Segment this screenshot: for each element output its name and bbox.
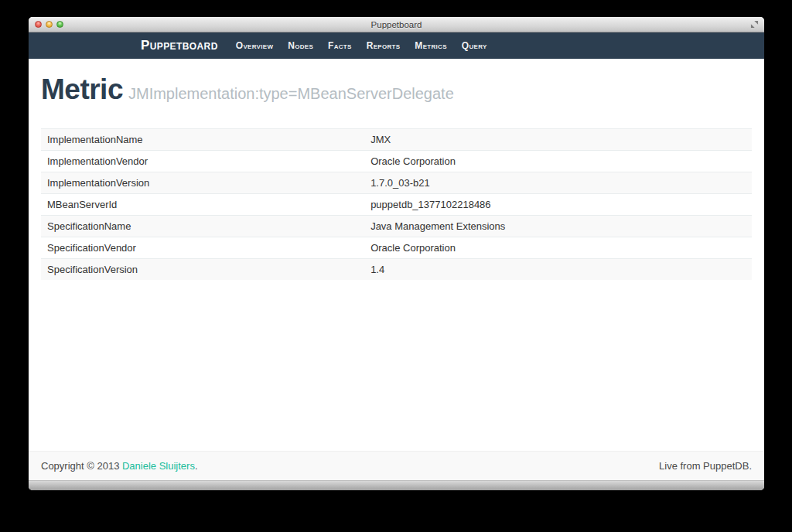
navbar: Puppetboard Overview Nodes Facts Reports… xyxy=(29,32,764,59)
nav-item-nodes[interactable]: Nodes xyxy=(288,40,313,51)
page-header: MetricJMImplementation:type=MBeanServerD… xyxy=(41,74,752,106)
table-row: ImplementationVendor Oracle Corporation xyxy=(41,150,752,172)
metric-table: ImplementationName JMX ImplementationVen… xyxy=(41,128,752,280)
table-row: MBeanServerId puppetdb_1377102218486 xyxy=(41,193,752,215)
main-content: MetricJMImplementation:type=MBeanServerD… xyxy=(29,59,764,451)
puppetdb-status: Live from PuppetDB. xyxy=(659,460,752,472)
metric-value: Java Management Extensions xyxy=(364,215,752,237)
page-title: Metric xyxy=(41,73,123,105)
page-subtitle: JMImplementation:type=MBeanServerDelegat… xyxy=(128,85,454,102)
metric-value: 1.7.0_03-b21 xyxy=(364,172,752,193)
metric-key: ImplementationName xyxy=(41,128,364,150)
metric-key: ImplementationVendor xyxy=(41,150,364,172)
metric-key: ImplementationVersion xyxy=(41,172,364,193)
metric-key: SpecificationVendor xyxy=(41,237,364,258)
traffic-lights xyxy=(35,17,63,32)
nav-item-overview[interactable]: Overview xyxy=(236,40,273,51)
metric-key: SpecificationVersion xyxy=(41,258,364,280)
window-titlebar[interactable]: Puppetboard xyxy=(29,17,764,32)
metric-value: Oracle Corporation xyxy=(364,150,752,172)
metric-value: Oracle Corporation xyxy=(364,237,752,258)
table-row: SpecificationVersion 1.4 xyxy=(41,258,752,280)
author-link[interactable]: Daniele Sluijters xyxy=(122,460,195,472)
metric-value: puppetdb_1377102218486 xyxy=(364,193,752,215)
metric-key: SpecificationName xyxy=(41,215,364,237)
table-row: ImplementationVersion 1.7.0_03-b21 xyxy=(41,172,752,193)
table-row: SpecificationVendor Oracle Corporation xyxy=(41,237,752,258)
app-window: Puppetboard Puppetboard Overview Nodes F… xyxy=(29,17,764,490)
fullscreen-icon[interactable] xyxy=(749,20,759,29)
metric-value: JMX xyxy=(364,128,752,150)
nav-item-facts[interactable]: Facts xyxy=(328,40,352,51)
copyright-text: Copyright © 2013 xyxy=(41,460,119,472)
table-row: ImplementationName JMX xyxy=(41,128,752,150)
copyright-period: . xyxy=(195,460,198,472)
minimize-icon[interactable] xyxy=(46,21,53,28)
window-bottom-bar xyxy=(29,480,764,490)
metric-key: MBeanServerId xyxy=(41,193,364,215)
nav-item-reports[interactable]: Reports xyxy=(367,40,401,51)
table-row: SpecificationName Java Management Extens… xyxy=(41,215,752,237)
metric-value: 1.4 xyxy=(364,258,752,280)
window-title: Puppetboard xyxy=(29,20,764,29)
nav-item-metrics[interactable]: Metrics xyxy=(415,40,446,51)
close-icon[interactable] xyxy=(35,21,42,28)
zoom-icon[interactable] xyxy=(56,21,63,28)
copyright: Copyright © 2013 Daniele Sluijters. xyxy=(41,460,198,472)
nav-item-query[interactable]: Query xyxy=(462,40,487,51)
navbar-brand[interactable]: Puppetboard xyxy=(141,38,218,53)
footer: Copyright © 2013 Daniele Sluijters. Live… xyxy=(29,451,764,480)
